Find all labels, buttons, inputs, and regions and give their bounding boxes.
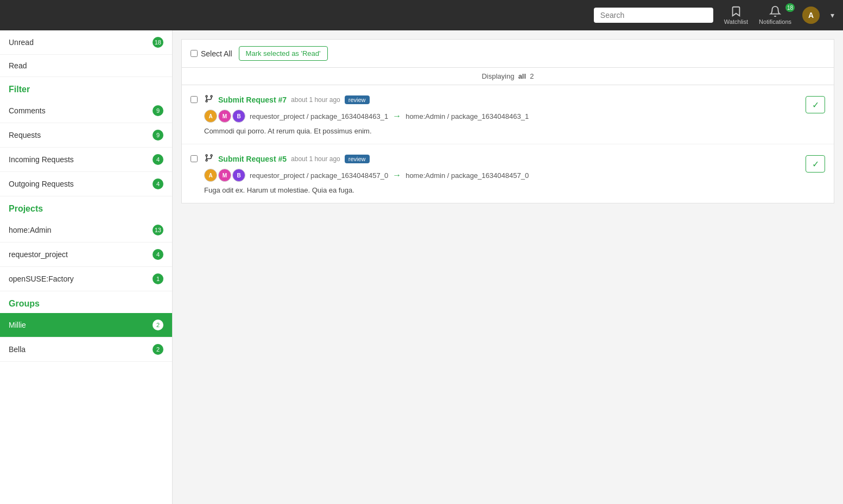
sidebar-item-incoming-requests[interactable]: Incoming Requests 4 xyxy=(0,148,172,172)
pull-request-icon-1 xyxy=(204,94,214,105)
notif-header-1: Submit Request #7 about 1 hour ago revie… xyxy=(204,94,799,105)
toolbar: Select All Mark selected as 'Read' xyxy=(181,39,834,67)
sidebar-item-requests[interactable]: Requests 9 xyxy=(0,123,172,148)
sidebar-item-comments[interactable]: Comments 9 xyxy=(0,99,172,123)
notif-body-1: Submit Request #7 about 1 hour ago revie… xyxy=(204,94,799,135)
notif-time-1: about 1 hour ago xyxy=(291,96,340,104)
home-admin-badge: 13 xyxy=(153,225,163,235)
watchlist-label: Watchlist xyxy=(724,18,748,25)
notif-title-2[interactable]: Submit Request #5 xyxy=(218,155,287,163)
main-layout: Unread 18 Read Filter Comments 9 Request… xyxy=(0,30,843,504)
notif-title-1[interactable]: Submit Request #7 xyxy=(218,95,287,104)
sidebar-item-requestor-project[interactable]: requestor_project 4 xyxy=(0,243,172,267)
bella-badge: 2 xyxy=(153,344,163,355)
sidebar-item-read[interactable]: Read xyxy=(0,55,172,77)
avatar-1-1: M xyxy=(218,110,231,123)
notif-message-2: Fuga odit ex. Harum ut molestiae. Quia e… xyxy=(204,186,799,194)
list-item: Submit Request #5 about 1 hour ago revie… xyxy=(182,144,834,203)
notif-tag-2: review xyxy=(345,155,370,163)
comments-badge: 9 xyxy=(153,105,163,116)
main-content: Select All Mark selected as 'Read' Displ… xyxy=(173,30,843,504)
avatar-2-1: M xyxy=(218,169,231,182)
notif-action-1: ✓ xyxy=(806,94,825,113)
requests-badge: 9 xyxy=(153,130,163,141)
mark-read-button[interactable]: Mark selected as 'Read' xyxy=(239,46,328,61)
watchlist-action[interactable]: Watchlist xyxy=(724,5,748,25)
sidebar-item-opensuse-factory[interactable]: openSUSE:Factory 1 xyxy=(0,267,172,291)
sidebar: Unread 18 Read Filter Comments 9 Request… xyxy=(0,30,173,504)
opensuse-factory-badge: 1 xyxy=(153,273,163,284)
notif-header-2: Submit Request #5 about 1 hour ago revie… xyxy=(204,153,799,164)
svg-point-4 xyxy=(206,155,207,156)
notif-to-2: home:Admin / package_1634048457_0 xyxy=(405,171,529,180)
notif-body-2: Submit Request #5 about 1 hour ago revie… xyxy=(204,153,799,194)
avatar-2-0: A xyxy=(204,169,217,182)
avatar-1-0: A xyxy=(204,110,217,123)
sidebar-item-millie[interactable]: Millie 2 xyxy=(0,313,172,337)
sidebar-item-outgoing-requests[interactable]: Outgoing Requests 4 xyxy=(0,172,172,196)
arrow-icon-1: → xyxy=(392,111,401,121)
avatar-group-2: A M B xyxy=(204,169,245,182)
list-item: Submit Request #7 about 1 hour ago revie… xyxy=(182,85,834,144)
displaying-info: Displaying all 2 xyxy=(181,67,834,85)
select-all-label[interactable]: Select All xyxy=(191,49,232,58)
arrow-icon-2: → xyxy=(392,170,401,180)
avatar[interactable]: A xyxy=(802,7,820,24)
mark-done-button-1[interactable]: ✓ xyxy=(806,96,825,113)
select-all-checkbox[interactable] xyxy=(191,50,198,57)
sidebar-item-unread[interactable]: Unread 18 xyxy=(0,30,172,55)
projects-section-title: Projects xyxy=(0,196,172,218)
svg-point-5 xyxy=(206,160,207,161)
millie-badge: 2 xyxy=(153,320,163,330)
avatar-2-2: B xyxy=(232,169,245,182)
sidebar-item-bella[interactable]: Bella 2 xyxy=(0,337,172,362)
avatar-1-2: B xyxy=(232,110,245,123)
header-dropdown-icon[interactable]: ▾ xyxy=(831,11,834,20)
sidebar-item-home-admin[interactable]: home:Admin 13 xyxy=(0,218,172,243)
svg-point-2 xyxy=(211,95,212,97)
unread-badge: 18 xyxy=(153,37,163,48)
notifications-badge: 18 xyxy=(785,3,795,12)
svg-point-1 xyxy=(206,100,207,102)
notif-time-2: about 1 hour ago xyxy=(291,155,340,163)
groups-section-title: Groups xyxy=(0,291,172,313)
notif-message-1: Commodi qui porro. At rerum quia. Et pos… xyxy=(204,127,799,135)
notifications-label: Notifications xyxy=(759,18,791,25)
notification-list: Submit Request #7 about 1 hour ago revie… xyxy=(181,85,834,203)
avatar-group-1: A M B xyxy=(204,110,245,123)
requestor-project-badge: 4 xyxy=(153,249,163,260)
notif-route-1: A M B requestor_project / package_163404… xyxy=(204,110,799,123)
notifications-action[interactable]: 18 Notifications xyxy=(759,5,791,25)
outgoing-requests-badge: 4 xyxy=(153,178,163,189)
svg-point-6 xyxy=(211,155,212,156)
notif-checkbox-1[interactable] xyxy=(191,96,198,103)
notif-from-2: requestor_project / package_1634048457_0 xyxy=(250,171,388,180)
notif-tag-1: review xyxy=(345,95,370,104)
notif-action-2: ✓ xyxy=(806,153,825,173)
notif-route-2: A M B requestor_project / package_163404… xyxy=(204,169,799,182)
filter-section-title: Filter xyxy=(0,77,172,99)
svg-point-0 xyxy=(206,95,207,97)
notif-checkbox-2[interactable] xyxy=(191,155,198,162)
notif-from-1: requestor_project / package_1634048463_1 xyxy=(250,112,388,120)
incoming-requests-badge: 4 xyxy=(153,154,163,165)
notif-to-1: home:Admin / package_1634048463_1 xyxy=(405,112,529,120)
mark-done-button-2[interactable]: ✓ xyxy=(806,155,825,173)
search-input[interactable] xyxy=(594,8,713,23)
header: Watchlist 18 Notifications A ▾ xyxy=(0,0,843,30)
pull-request-icon-2 xyxy=(204,153,214,164)
